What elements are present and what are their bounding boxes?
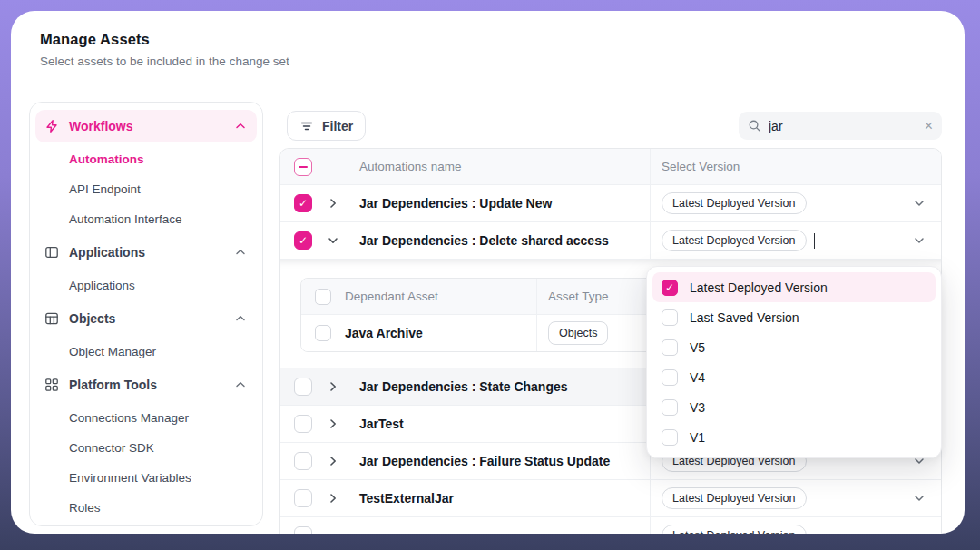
version-select[interactable]: Latest Deployed Version	[651, 517, 941, 534]
sidebar-item-roles[interactable]: Roles	[35, 493, 257, 523]
sidebar-section-label: Workflows	[69, 119, 133, 133]
sidebar-item-api-endpoint[interactable]: API Endpoint	[35, 174, 257, 204]
option-label: Latest Deployed Version	[690, 280, 828, 295]
dropdown-option-v3[interactable]: V3	[652, 392, 936, 422]
header-divider	[29, 83, 946, 83]
asset-type-badge: Objects	[548, 321, 608, 345]
version-select-focused[interactable]: Latest Deployed Version	[651, 222, 941, 259]
automation-name: Jar Dependencies : Delete shared access	[348, 222, 651, 259]
chevron-down-icon[interactable]	[912, 196, 926, 211]
dropdown-option-v4[interactable]: V4	[652, 362, 936, 392]
option-checkbox[interactable]	[662, 369, 678, 386]
row-checkbox[interactable]	[294, 415, 312, 433]
option-checkbox[interactable]	[662, 309, 678, 326]
filter-button[interactable]: Filter	[287, 111, 366, 141]
automation-name: Jar Dependencies : Update New	[348, 185, 651, 221]
collapse-row-icon[interactable]	[326, 233, 340, 248]
sidebar-section-label: Platform Tools	[69, 378, 157, 392]
sidebar-section-label: Applications	[69, 245, 145, 260]
zap-icon	[44, 119, 59, 133]
sidebar-section-label: Objects	[69, 311, 115, 326]
automation-name: Jar Dependencies : Failure Status Update	[348, 443, 651, 479]
column-header-select-version: Select Version	[651, 149, 941, 184]
asset-category-sidebar: Workflows Automations API Endpoint Autom…	[29, 102, 263, 526]
search-box: ×	[739, 112, 942, 140]
sidebar-section-applications[interactable]: Applications	[35, 236, 257, 269]
automation-name: Jar Dependencies : State Changes	[348, 368, 651, 405]
version-chip[interactable]: Latest Deployed Version	[662, 487, 807, 509]
sidebar-item-connections-manager[interactable]: Connections Manager	[35, 403, 257, 433]
search-icon	[748, 119, 761, 133]
version-chip[interactable]: Latest Deployed Version	[662, 525, 807, 534]
row-checkbox[interactable]	[294, 526, 312, 534]
sidebar-item-applications[interactable]: Applications	[35, 270, 257, 300]
sidebar-item-connector-sdk[interactable]: Connector SDK	[35, 433, 257, 463]
page-header: Manage Assets Select assets to be includ…	[40, 31, 289, 68]
table-row: Latest Deployed Version	[280, 517, 941, 534]
automation-name: JarTest	[348, 406, 651, 442]
version-select[interactable]: Latest Deployed Version	[651, 185, 941, 221]
row-checkbox[interactable]	[294, 231, 312, 250]
sidebar-item-automations[interactable]: Automations	[35, 144, 257, 174]
option-label: V1	[690, 430, 705, 445]
search-input[interactable]	[769, 119, 917, 133]
column-header-dependant-asset: Dependant Asset	[345, 290, 438, 303]
select-all-checkbox[interactable]	[294, 158, 312, 176]
chevron-down-icon[interactable]	[912, 491, 926, 506]
filter-button-label: Filter	[322, 119, 353, 133]
chevron-up-icon[interactable]	[233, 245, 248, 260]
version-chip[interactable]: Latest Deployed Version	[662, 230, 807, 251]
dependant-checkbox[interactable]	[315, 325, 331, 341]
sidebar-section-platform-tools[interactable]: Platform Tools	[35, 368, 257, 401]
grid-icon	[44, 378, 59, 392]
row-checkbox[interactable]	[294, 489, 312, 507]
automation-name: TestExternalJar	[348, 480, 651, 516]
version-dropdown-menu: Latest Deployed Version Last Saved Versi…	[646, 266, 942, 458]
option-checkbox[interactable]	[662, 339, 678, 356]
table-row: Jar Dependencies : Delete shared access …	[280, 222, 941, 260]
subtable-select-all-checkbox[interactable]	[315, 289, 331, 305]
chevron-up-icon[interactable]	[233, 378, 248, 392]
table-header-row: Automations name Select Version	[280, 149, 941, 185]
version-chip[interactable]: Latest Deployed Version	[662, 192, 807, 214]
option-checkbox[interactable]	[662, 280, 678, 296]
expand-row-icon[interactable]	[326, 196, 340, 211]
dropdown-option-last-saved[interactable]: Last Saved Version	[652, 302, 936, 332]
expand-row-icon[interactable]	[326, 454, 340, 468]
sidebar-section-objects[interactable]: Objects	[35, 302, 257, 335]
filter-icon	[299, 119, 314, 133]
option-label: V4	[690, 370, 705, 385]
page-title: Manage Assets	[40, 31, 289, 48]
chevron-up-icon[interactable]	[233, 311, 248, 326]
dropdown-option-v5[interactable]: V5	[652, 332, 936, 362]
option-label: V5	[690, 340, 705, 355]
automation-name	[348, 517, 651, 534]
option-checkbox[interactable]	[662, 399, 678, 416]
page-subtitle: Select assets to be included in the chan…	[40, 54, 289, 68]
clear-search-icon[interactable]: ×	[925, 119, 933, 133]
expand-row-icon[interactable]	[326, 417, 340, 431]
row-checkbox[interactable]	[294, 194, 312, 212]
column-header-automations-name: Automations name	[348, 149, 651, 184]
dependant-asset-name: Java Archive	[345, 326, 423, 340]
dropdown-option-latest-deployed[interactable]: Latest Deployed Version	[652, 272, 936, 302]
row-checkbox[interactable]	[294, 452, 312, 470]
sidebar-section-workflows[interactable]: Workflows	[35, 110, 257, 142]
text-caret	[814, 233, 816, 249]
version-select[interactable]: Latest Deployed Version	[651, 480, 941, 516]
sidebar-item-automation-interface[interactable]: Automation Interface	[35, 204, 257, 234]
table-row: Jar Dependencies : Update New Latest Dep…	[280, 185, 941, 222]
manage-assets-modal: Manage Assets Select assets to be includ…	[11, 11, 965, 534]
dropdown-option-v1[interactable]: V1	[652, 422, 936, 452]
row-checkbox[interactable]	[294, 378, 312, 396]
expand-row-icon[interactable]	[326, 491, 340, 506]
table-icon	[44, 311, 59, 326]
option-checkbox[interactable]	[662, 429, 678, 446]
sidebar-item-environment-variables[interactable]: Environment Variables	[35, 463, 257, 493]
chevron-up-icon[interactable]	[233, 119, 248, 133]
table-row: TestExternalJar Latest Deployed Version	[280, 480, 941, 517]
sidebar-item-object-manager[interactable]: Object Manager	[35, 337, 257, 367]
column-header-asset-type: Asset Type	[548, 290, 609, 303]
chevron-down-icon[interactable]	[912, 233, 926, 248]
expand-row-icon[interactable]	[326, 379, 340, 394]
